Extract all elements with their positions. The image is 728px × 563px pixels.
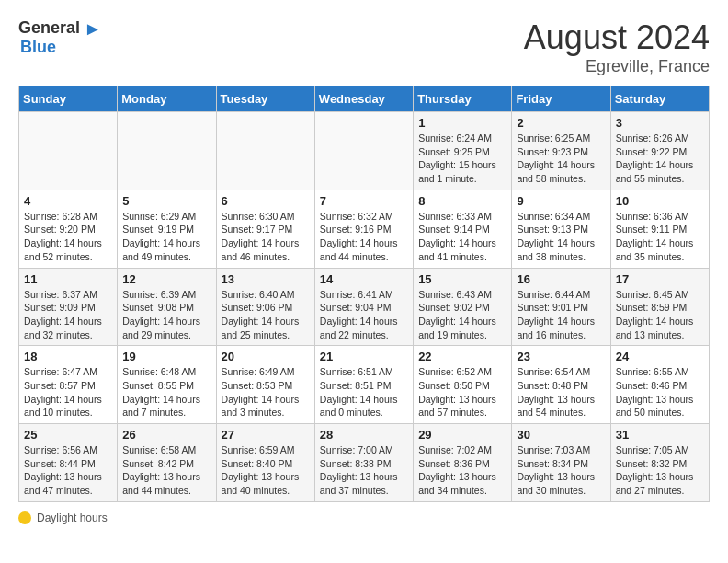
- calendar-cell: 20Sunrise: 6:49 AM Sunset: 8:53 PM Dayli…: [216, 346, 314, 424]
- day-number: 24: [616, 350, 704, 363]
- day-number: 15: [418, 272, 506, 286]
- calendar-cell: 2Sunrise: 6:25 AM Sunset: 9:23 PM Daylig…: [512, 112, 610, 190]
- calendar-table: SundayMondayTuesdayWednesdayThursdayFrid…: [18, 86, 710, 502]
- calendar-cell: 25Sunrise: 6:56 AM Sunset: 8:44 PM Dayli…: [19, 424, 118, 502]
- day-number: 13: [222, 272, 310, 286]
- day-number: 4: [24, 194, 112, 208]
- calendar-cell: 14Sunrise: 6:41 AM Sunset: 9:04 PM Dayli…: [314, 268, 413, 346]
- month-title: August 2024: [524, 18, 710, 57]
- day-info: Sunrise: 7:05 AM Sunset: 8:32 PM Dayligh…: [616, 443, 704, 498]
- day-number: 10: [616, 194, 704, 208]
- logo-bird-icon: ►: [84, 18, 102, 39]
- header-saturday: Saturday: [610, 86, 709, 112]
- day-info: Sunrise: 6:51 AM Sunset: 8:51 PM Dayligh…: [320, 365, 408, 419]
- day-number: 30: [517, 428, 605, 442]
- calendar-cell: 24Sunrise: 6:55 AM Sunset: 8:46 PM Dayli…: [610, 346, 709, 424]
- day-number: 9: [517, 194, 605, 208]
- day-number: 1: [418, 116, 506, 130]
- day-number: 28: [320, 428, 408, 442]
- logo: General ► Blue: [18, 18, 102, 57]
- day-info: Sunrise: 6:39 AM Sunset: 9:08 PM Dayligh…: [122, 288, 210, 342]
- calendar-cell: 15Sunrise: 6:43 AM Sunset: 9:02 PM Dayli…: [414, 268, 512, 346]
- day-number: 21: [320, 350, 408, 363]
- calendar-cell: 4Sunrise: 6:28 AM Sunset: 9:20 PM Daylig…: [19, 190, 118, 268]
- day-number: 5: [122, 194, 210, 208]
- day-number: 11: [24, 272, 112, 286]
- day-number: 19: [122, 350, 210, 363]
- day-info: Sunrise: 6:58 AM Sunset: 8:42 PM Dayligh…: [122, 443, 210, 498]
- day-info: Sunrise: 6:26 AM Sunset: 9:22 PM Dayligh…: [616, 132, 704, 186]
- daylight-icon: [18, 511, 31, 524]
- calendar-cell: 19Sunrise: 6:48 AM Sunset: 8:55 PM Dayli…: [118, 346, 216, 424]
- day-info: Sunrise: 6:33 AM Sunset: 9:14 PM Dayligh…: [418, 210, 506, 264]
- week-row-5: 25Sunrise: 6:56 AM Sunset: 8:44 PM Dayli…: [19, 424, 710, 502]
- calendar-cell: 3Sunrise: 6:26 AM Sunset: 9:22 PM Daylig…: [610, 112, 709, 190]
- calendar-cell: 31Sunrise: 7:05 AM Sunset: 8:32 PM Dayli…: [610, 424, 709, 502]
- calendar-header-row: SundayMondayTuesdayWednesdayThursdayFrid…: [19, 86, 710, 112]
- week-row-4: 18Sunrise: 6:47 AM Sunset: 8:57 PM Dayli…: [19, 346, 710, 424]
- day-info: Sunrise: 6:34 AM Sunset: 9:13 PM Dayligh…: [517, 210, 605, 264]
- day-number: 12: [122, 272, 210, 286]
- day-info: Sunrise: 6:52 AM Sunset: 8:50 PM Dayligh…: [418, 365, 506, 419]
- day-info: Sunrise: 6:48 AM Sunset: 8:55 PM Dayligh…: [122, 365, 210, 419]
- day-info: Sunrise: 6:45 AM Sunset: 8:59 PM Dayligh…: [616, 288, 704, 342]
- day-number: 23: [517, 350, 605, 363]
- calendar-cell: 16Sunrise: 6:44 AM Sunset: 9:01 PM Dayli…: [512, 268, 610, 346]
- day-number: 29: [418, 428, 506, 442]
- day-number: 17: [616, 272, 704, 286]
- calendar-cell: 18Sunrise: 6:47 AM Sunset: 8:57 PM Dayli…: [19, 346, 118, 424]
- day-number: 26: [122, 428, 210, 442]
- calendar-cell: 1Sunrise: 6:24 AM Sunset: 9:25 PM Daylig…: [414, 112, 512, 190]
- day-info: Sunrise: 6:30 AM Sunset: 9:17 PM Dayligh…: [222, 210, 310, 264]
- day-number: 18: [24, 350, 112, 363]
- footer: Daylight hours: [18, 511, 710, 524]
- title-block: August 2024 Egreville, France: [524, 18, 710, 76]
- calendar-cell: 6Sunrise: 6:30 AM Sunset: 9:17 PM Daylig…: [216, 190, 314, 268]
- calendar-cell: 5Sunrise: 6:29 AM Sunset: 9:19 PM Daylig…: [118, 190, 216, 268]
- calendar-cell: 29Sunrise: 7:02 AM Sunset: 8:36 PM Dayli…: [414, 424, 512, 502]
- day-info: Sunrise: 6:25 AM Sunset: 9:23 PM Dayligh…: [517, 132, 605, 186]
- calendar-cell: 13Sunrise: 6:40 AM Sunset: 9:06 PM Dayli…: [216, 268, 314, 346]
- day-info: Sunrise: 6:41 AM Sunset: 9:04 PM Dayligh…: [320, 288, 408, 342]
- day-info: Sunrise: 6:36 AM Sunset: 9:11 PM Dayligh…: [616, 210, 704, 264]
- page-header: General ► Blue August 2024 Egreville, Fr…: [18, 18, 710, 76]
- day-number: 20: [222, 350, 310, 363]
- day-info: Sunrise: 6:43 AM Sunset: 9:02 PM Dayligh…: [418, 288, 506, 342]
- calendar-cell: 17Sunrise: 6:45 AM Sunset: 8:59 PM Dayli…: [610, 268, 709, 346]
- calendar-cell: 8Sunrise: 6:33 AM Sunset: 9:14 PM Daylig…: [414, 190, 512, 268]
- day-info: Sunrise: 6:28 AM Sunset: 9:20 PM Dayligh…: [24, 210, 112, 264]
- day-info: Sunrise: 6:24 AM Sunset: 9:25 PM Dayligh…: [418, 132, 506, 186]
- day-number: 2: [517, 116, 605, 130]
- calendar-cell: 23Sunrise: 6:54 AM Sunset: 8:48 PM Dayli…: [512, 346, 610, 424]
- day-info: Sunrise: 6:56 AM Sunset: 8:44 PM Dayligh…: [24, 443, 112, 498]
- day-info: Sunrise: 6:49 AM Sunset: 8:53 PM Dayligh…: [222, 365, 310, 419]
- header-monday: Monday: [118, 86, 216, 112]
- calendar-cell: 9Sunrise: 6:34 AM Sunset: 9:13 PM Daylig…: [512, 190, 610, 268]
- header-friday: Friday: [512, 86, 610, 112]
- calendar-cell: 21Sunrise: 6:51 AM Sunset: 8:51 PM Dayli…: [314, 346, 413, 424]
- day-number: 22: [418, 350, 506, 363]
- day-info: Sunrise: 6:40 AM Sunset: 9:06 PM Dayligh…: [222, 288, 310, 342]
- day-info: Sunrise: 6:47 AM Sunset: 8:57 PM Dayligh…: [24, 365, 112, 419]
- calendar-cell: 30Sunrise: 7:03 AM Sunset: 8:34 PM Dayli…: [512, 424, 610, 502]
- day-info: Sunrise: 6:59 AM Sunset: 8:40 PM Dayligh…: [222, 443, 310, 498]
- calendar-cell: 26Sunrise: 6:58 AM Sunset: 8:42 PM Dayli…: [118, 424, 216, 502]
- week-row-3: 11Sunrise: 6:37 AM Sunset: 9:09 PM Dayli…: [19, 268, 710, 346]
- calendar-cell: [216, 112, 314, 190]
- day-number: 8: [418, 194, 506, 208]
- calendar-cell: 28Sunrise: 7:00 AM Sunset: 8:38 PM Dayli…: [314, 424, 413, 502]
- day-number: 14: [320, 272, 408, 286]
- calendar-cell: [314, 112, 413, 190]
- calendar-cell: 12Sunrise: 6:39 AM Sunset: 9:08 PM Dayli…: [118, 268, 216, 346]
- calendar-cell: 11Sunrise: 6:37 AM Sunset: 9:09 PM Dayli…: [19, 268, 118, 346]
- header-wednesday: Wednesday: [314, 86, 413, 112]
- day-number: 16: [517, 272, 605, 286]
- day-number: 3: [616, 116, 704, 130]
- day-info: Sunrise: 6:32 AM Sunset: 9:16 PM Dayligh…: [320, 210, 408, 264]
- day-info: Sunrise: 6:44 AM Sunset: 9:01 PM Dayligh…: [517, 288, 605, 342]
- header-sunday: Sunday: [19, 86, 118, 112]
- day-info: Sunrise: 7:03 AM Sunset: 8:34 PM Dayligh…: [517, 443, 605, 498]
- calendar-cell: 7Sunrise: 6:32 AM Sunset: 9:16 PM Daylig…: [314, 190, 413, 268]
- calendar-cell: 27Sunrise: 6:59 AM Sunset: 8:40 PM Dayli…: [216, 424, 314, 502]
- footer-label: Daylight hours: [37, 511, 108, 524]
